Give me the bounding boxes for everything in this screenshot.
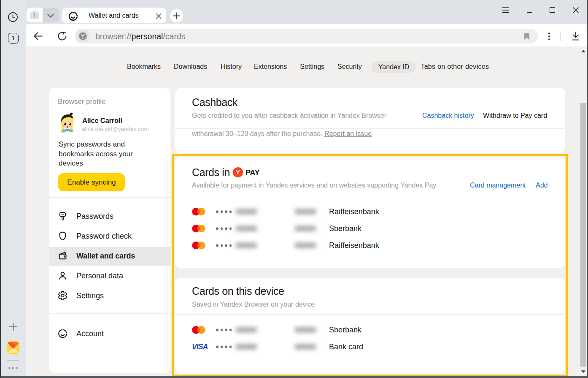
- svg-text:1: 1: [33, 12, 36, 19]
